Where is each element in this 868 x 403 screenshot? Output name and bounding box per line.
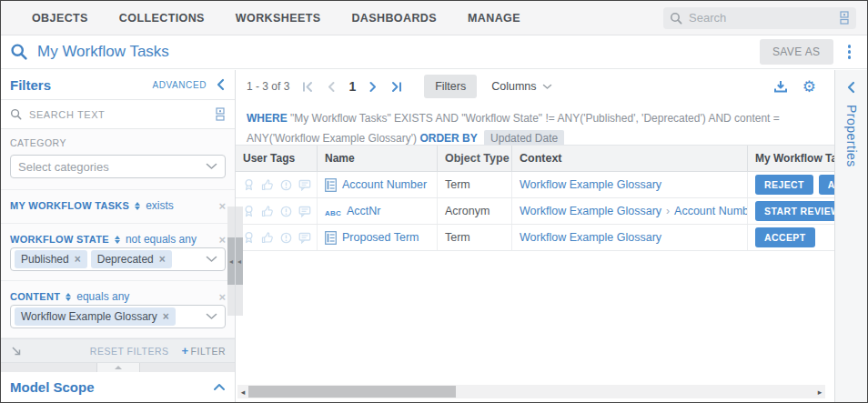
context-link[interactable]: Workflow Example Glossary [520,178,661,191]
filter-operator[interactable]: exists [146,199,174,212]
results-table: User TagsNameObject TypeContextMy Workfl… [236,145,834,384]
download-icon[interactable] [773,79,788,94]
main-menu: OBJECTSCOLLECTIONSWORKSHEETSDASHBOARDSMA… [32,12,520,25]
collapse-left-icon: ◂ [229,257,233,266]
worksheet-search-icon [10,43,28,61]
search-fields-icon[interactable] [216,107,226,121]
model-scope-section[interactable]: Model Scope [1,372,235,402]
columns-dropdown[interactable]: Columns [491,80,551,93]
scroll-left-icon[interactable]: ◂ [237,388,248,397]
filter-operator[interactable]: equals any [76,290,129,303]
horizontal-scrollbar[interactable]: ◂ ▸ [237,385,825,398]
scrollbar-thumb[interactable] [248,386,456,398]
global-search-input[interactable] [689,11,833,25]
save-as-button[interactable]: SAVE AS [760,39,833,65]
column-header-user-tags[interactable]: User Tags [236,146,318,171]
prev-page-icon[interactable] [327,81,336,93]
award-icon[interactable] [243,178,255,191]
chevron-down-icon [206,313,217,320]
filter-label[interactable]: WORKFLOW STATE [10,234,109,245]
nav-item-dashboards[interactable]: DASHBOARDS [351,12,437,25]
filter-label[interactable]: CONTENT [10,291,60,302]
reject-button[interactable]: REJECT [755,175,813,195]
filter-label[interactable]: MY WORKFLOW TASKS [10,200,129,211]
object-name-link[interactable]: Proposed Term [342,231,419,244]
first-page-icon[interactable] [302,81,314,93]
column-header-context[interactable]: Context [512,146,748,171]
chevron-up-icon [115,366,122,369]
collapse-all-icon[interactable] [10,345,23,358]
operator-toggle-icon[interactable] [115,236,120,244]
column-header-name[interactable]: Name [318,146,438,171]
alert-icon[interactable] [280,179,292,191]
filter-operator[interactable]: not equals any [126,233,197,246]
filters-toggle-button[interactable]: Filters [424,75,477,98]
thumbs-up-icon[interactable] [261,232,274,244]
alert-icon[interactable] [280,232,292,244]
operator-toggle-icon[interactable] [66,293,71,301]
table-row: Account NumberTermWorkflow Example Gloss… [236,172,834,198]
add-filter-button[interactable]: +FILTER [182,344,227,358]
context-link[interactable]: Account Number [674,205,748,217]
thumbs-up-icon[interactable] [261,206,274,217]
results-toolbar: 1 - 3 of 3 1 Filters [236,70,834,103]
user-tags-cell [236,198,318,224]
scroll-right-icon[interactable]: ▸ [814,388,825,397]
nav-item-collections[interactable]: COLLECTIONS [119,12,205,25]
start-review-button[interactable]: START REVIEW [755,201,834,221]
filter-search-input[interactable] [29,109,208,120]
object-name-link[interactable]: Account Number [342,178,427,191]
comment-icon[interactable] [298,179,311,191]
remove-chip-icon[interactable]: × [159,254,166,265]
advanced-search-icon[interactable] [840,11,850,25]
name-cell: Proposed Term [318,225,438,250]
filter-section-header: WORKFLOW STATEnot equals any× [10,231,226,247]
remove-filter-icon[interactable]: × [218,200,226,212]
column-header-object-type[interactable]: Object Type [438,146,512,171]
settings-gear-icon[interactable]: ⚙ [802,79,816,95]
filter-values-select[interactable]: Workflow Example Glossary× [10,305,226,328]
thumbs-up-icon[interactable] [261,179,274,191]
expand-properties-icon[interactable] [843,77,860,97]
advanced-filters-link[interactable]: ADVANCED [152,80,207,90]
accept-button[interactable]: ACCEPT [755,227,815,247]
comment-icon[interactable] [298,206,311,217]
remove-chip-icon[interactable]: × [75,254,81,265]
remove-filter-icon[interactable]: × [218,234,226,246]
table-row: Proposed TermTermWorkflow Example Glossa… [236,225,834,251]
filter-search-row[interactable] [1,100,235,129]
context-link[interactable]: Workflow Example Glossary [520,205,661,217]
object-type-cell: Acronym [438,198,512,224]
remove-chip-icon[interactable]: × [163,311,169,322]
nav-item-objects[interactable]: OBJECTS [32,12,88,25]
global-search-box[interactable] [663,7,856,29]
filter-section-my-workflow-tasks: MY WORKFLOW TASKSexists× [1,190,235,224]
properties-tab[interactable]: Properties [844,105,859,167]
award-icon[interactable] [243,205,255,217]
filter-section-header: CONTENTequals any× [10,288,226,305]
last-page-icon[interactable] [390,81,402,93]
nav-item-worksheets[interactable]: WORKSHEETS [236,12,321,25]
filter-section-content: CONTENTequals any×Workflow Example Gloss… [1,281,235,338]
nav-item-manage[interactable]: MANAGE [468,12,520,25]
next-page-icon[interactable] [368,81,378,93]
context-link[interactable]: Workflow Example Glossary [520,231,661,244]
alert-icon[interactable] [280,206,292,217]
reset-filters-button[interactable]: RESET FILTERS [90,346,169,357]
collapse-sidebar-icon[interactable] [216,78,226,91]
category-select[interactable]: Select categories [10,155,226,178]
remove-filter-icon[interactable]: × [218,291,226,303]
category-placeholder: Select categories [15,160,109,174]
page-header: My Workflow Tasks SAVE AS [1,35,867,69]
approve-button[interactable]: APPROVE [819,175,834,195]
operator-toggle-icon[interactable] [135,202,140,210]
properties-resize-handle[interactable]: ◂ [236,207,243,316]
sidebar-splitter[interactable] [1,363,235,372]
column-header-my-workflow-tasks[interactable]: My Workflow Tasks [748,146,834,171]
comment-icon[interactable] [298,232,311,244]
filter-values-select[interactable]: Published×Deprecated× [10,247,226,271]
award-icon[interactable] [243,231,255,244]
more-options-icon[interactable] [841,41,859,63]
sidebar-resize-handle[interactable]: ◂ [227,207,235,316]
object-name-link[interactable]: AcctNr [347,205,381,217]
